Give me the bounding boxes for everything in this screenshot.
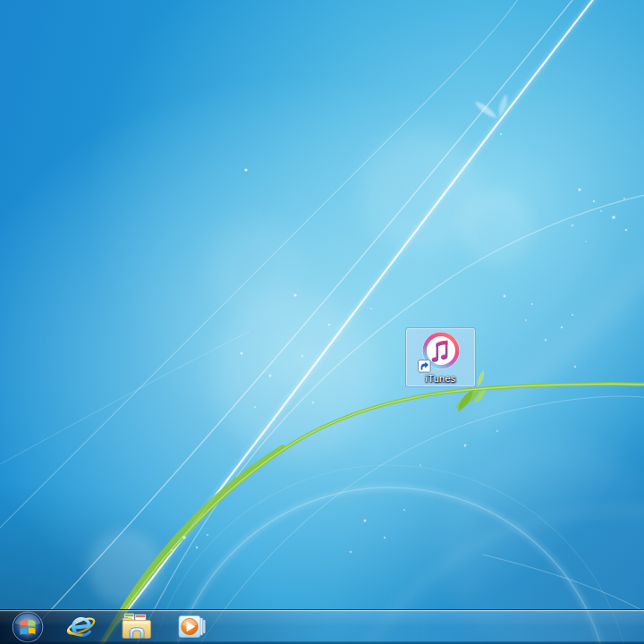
windows-start-orb-icon: [12, 611, 44, 643]
internet-explorer-icon: [66, 613, 97, 641]
desktop-wallpaper[interactable]: [0, 0, 644, 644]
windows-explorer-folder-icon: [122, 613, 152, 641]
itunes-icon: [419, 330, 462, 373]
taskbar-button-internet-explorer[interactable]: [55, 610, 107, 644]
taskbar-button-windows-explorer[interactable]: [111, 610, 163, 644]
windows-media-player-icon: [177, 613, 208, 641]
shortcut-arrow-icon: [418, 360, 431, 373]
desktop-icon-itunes[interactable]: iTunes: [405, 327, 476, 387]
windows-desktop-screen: iTunes: [0, 0, 644, 644]
wallpaper-artwork: [0, 0, 644, 644]
taskbar-button-windows-media-player[interactable]: [166, 610, 218, 644]
taskbar: [0, 609, 644, 644]
start-button[interactable]: [9, 610, 47, 644]
desktop-icon-label: iTunes: [426, 373, 456, 385]
wallpaper-soft-band: [474, 255, 644, 420]
